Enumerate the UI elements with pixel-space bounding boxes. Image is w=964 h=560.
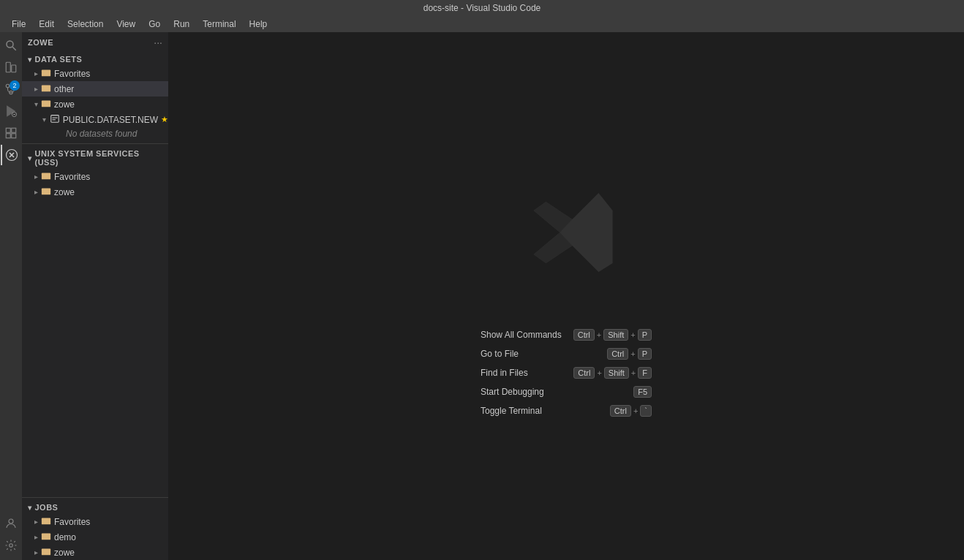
uss-chevron [28, 154, 32, 162]
sidebar-more-actions[interactable]: ··· [154, 37, 162, 48]
svg-point-16 [10, 544, 13, 548]
key-shift-1: Shift [603, 329, 628, 341]
menu-item-terminal[interactable]: Terminal [197, 18, 241, 31]
find-in-files-label: Find in Files [481, 368, 528, 378]
uss-zowe-label: zowe [54, 187, 168, 197]
uss-zowe-icon [41, 186, 51, 198]
explorer-activity-icon[interactable] [1, 57, 21, 77]
jobs-zowe-label: zowe [54, 548, 168, 558]
ds-favorites-icon [41, 67, 51, 80]
source-control-activity-icon[interactable]: 2 [1, 79, 21, 99]
zowe-activity-icon[interactable] [1, 145, 21, 165]
jobs-demo-item[interactable]: ▸ demo [22, 529, 168, 545]
go-to-file-keys: Ctrl + P [607, 348, 652, 360]
key-f-3: F [638, 367, 652, 379]
toggle-terminal-keys: Ctrl + ` [610, 405, 652, 417]
source-control-badge: 2 [10, 80, 20, 91]
jobs-favorites-chevron: ▸ [31, 518, 41, 526]
svg-rect-12 [6, 134, 10, 138]
jobs-zowe-icon [41, 546, 51, 559]
jobs-favorites-label: Favorites [54, 517, 168, 527]
sidebar-panel-title: ZOWE [28, 38, 53, 47]
title-bar: docs-site - Visual Studio Code [0, 0, 964, 16]
uss-favorites-chevron: ▸ [31, 173, 41, 181]
ds-zowe-icon [41, 98, 51, 110]
main-layout: 2 ZOWE ··· DATA SETS [0, 32, 964, 560]
debug-activity-icon[interactable] [1, 101, 21, 121]
ds-public-label: PUBLIC.DATASET.NEW [63, 115, 158, 125]
find-in-files-keys: Ctrl + Shift + F [573, 367, 652, 379]
key-ctrl-2: Ctrl [607, 348, 628, 360]
svg-rect-3 [12, 65, 16, 72]
key-backtick: ` [640, 405, 652, 417]
shortcut-go-to-file: Go to File Ctrl + P [481, 348, 652, 360]
section-header-uss[interactable]: UNIX SYSTEM SERVICES (USS) [22, 147, 168, 169]
sidebar-panel-header: ZOWE ··· [22, 32, 168, 53]
ds-favorites-item[interactable]: ▸ Favorites [22, 66, 168, 81]
menu-item-go[interactable]: Go [143, 18, 166, 31]
svg-point-15 [9, 519, 13, 523]
key-ctrl-1: Ctrl [573, 329, 595, 341]
activity-bar: 2 [0, 32, 22, 560]
ds-public-dataset-item[interactable]: ▾ PUBLIC.DATASET.NEW ★ [22, 112, 168, 127]
menu-item-help[interactable]: Help [244, 18, 274, 31]
jobs-favorites-item[interactable]: ▸ Favorites [22, 514, 168, 529]
uss-favorites-label: Favorites [54, 172, 168, 182]
shortcut-list: Show All Commands Ctrl + Shift + P Go to… [481, 329, 652, 417]
settings-activity-icon[interactable] [1, 535, 21, 556]
section-header-jobs[interactable]: JOBS [22, 501, 168, 514]
menu-item-view[interactable]: View [110, 18, 141, 31]
svg-rect-11 [12, 128, 16, 132]
key-ctrl-5: Ctrl [610, 405, 631, 417]
ds-other-icon [41, 83, 51, 95]
uss-zowe-item[interactable]: ▸ zowe [22, 184, 168, 200]
datasets-label: DATA SETS [35, 55, 83, 64]
menu-item-file[interactable]: File [6, 18, 31, 31]
start-debugging-label: Start Debugging [481, 387, 544, 397]
uss-favorites-item[interactable]: ▸ Favorites [22, 169, 168, 184]
uss-label: UNIX SYSTEM SERVICES (USS) [35, 149, 163, 167]
shortcut-start-debugging: Start Debugging F5 [481, 386, 652, 398]
svg-rect-2 [6, 62, 10, 72]
jobs-demo-label: demo [54, 532, 168, 542]
ds-zowe-chevron: ▾ [31, 100, 41, 108]
ds-favorites-label: Favorites [54, 69, 168, 79]
accounts-activity-icon[interactable] [1, 513, 21, 534]
search-activity-icon[interactable] [1, 35, 21, 56]
ds-zowe-item[interactable]: ▾ zowe [22, 97, 168, 112]
key-f5: F5 [633, 386, 652, 398]
start-debugging-keys: F5 [633, 386, 652, 398]
jobs-label: JOBS [35, 503, 59, 512]
ds-other-item[interactable]: ▸ other [22, 81, 168, 97]
datasets-chevron [28, 56, 32, 64]
jobs-demo-icon [41, 531, 51, 543]
go-to-file-label: Go to File [481, 349, 519, 359]
uss-zowe-chevron: ▸ [31, 188, 41, 196]
jobs-demo-chevron: ▸ [31, 533, 41, 541]
extensions-activity-icon[interactable] [1, 123, 21, 143]
key-p-1: P [638, 329, 652, 341]
svg-rect-10 [6, 128, 10, 132]
shortcut-toggle-terminal: Toggle Terminal Ctrl + ` [481, 405, 652, 417]
divider-jobs [22, 497, 168, 498]
sidebar: ZOWE ··· DATA SETS ▸ Favorites ▸ other ▾ [22, 32, 168, 560]
svg-point-0 [7, 41, 13, 48]
show-all-commands-keys: Ctrl + Shift + P [573, 329, 652, 341]
menu-item-run[interactable]: Run [167, 18, 195, 31]
welcome-content: Show All Commands Ctrl + Shift + P Go to… [481, 175, 652, 417]
jobs-zowe-item[interactable]: ▸ zowe [22, 545, 168, 560]
jobs-chevron [28, 504, 32, 512]
shortcut-show-all-commands: Show All Commands Ctrl + Shift + P [481, 329, 652, 341]
section-header-datasets[interactable]: DATA SETS [22, 53, 168, 66]
window-title: docs-site - Visual Studio Code [423, 3, 541, 13]
show-all-commands-label: Show All Commands [481, 330, 562, 340]
divider-uss [22, 143, 168, 144]
svg-line-1 [12, 47, 16, 50]
menu-item-edit[interactable]: Edit [33, 18, 60, 31]
main-editor-area: Show All Commands Ctrl + Shift + P Go to… [168, 32, 964, 560]
key-shift-3: Shift [604, 367, 629, 379]
menu-bar: FileEditSelectionViewGoRunTerminalHelp [0, 16, 964, 32]
ds-public-star: ★ [161, 115, 168, 124]
menu-item-selection[interactable]: Selection [61, 18, 109, 31]
shortcut-find-in-files: Find in Files Ctrl + Shift + F [481, 367, 652, 379]
